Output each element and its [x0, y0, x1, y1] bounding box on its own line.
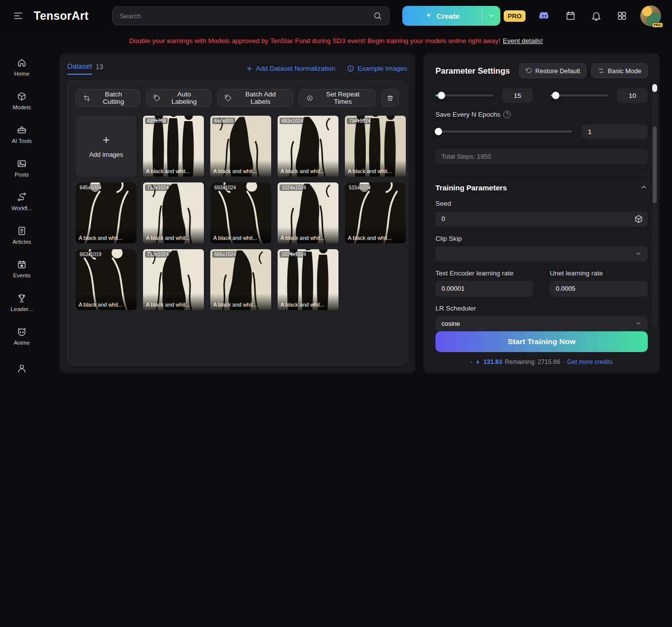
- dataset-image[interactable]: 693x1024 A black and whit...: [210, 182, 271, 243]
- search-icon: [373, 11, 382, 20]
- search-bar[interactable]: [112, 6, 389, 25]
- user-avatar[interactable]: PRO: [640, 5, 661, 26]
- batch-cutting-button[interactable]: Batch Cutting: [76, 89, 140, 107]
- restore-default-button[interactable]: Restore Default: [519, 63, 586, 78]
- dataset-image[interactable]: 645x1024 A black and whit...: [76, 182, 137, 243]
- image-caption: A black and whit...: [76, 294, 137, 310]
- dataset-image[interactable]: 713x1024 A black and whit...: [143, 249, 204, 310]
- info-icon: [347, 65, 354, 72]
- delete-dataset-button[interactable]: [382, 89, 399, 107]
- dice-icon[interactable]: [634, 215, 643, 223]
- sidebar-item-home[interactable]: Home: [0, 50, 44, 84]
- target-icon: [306, 94, 313, 102]
- top-navbar: TensorArt Create PRO PRO: [0, 0, 672, 32]
- image-caption: A black and whit...: [76, 227, 137, 243]
- save-epochs-value-input[interactable]: 1: [582, 124, 648, 139]
- seed-field: [435, 211, 648, 227]
- add-images-button[interactable]: + Add images: [76, 116, 137, 177]
- slider-knob[interactable]: [437, 92, 445, 99]
- repeat-slider[interactable]: [435, 94, 493, 96]
- batch-add-labels-label: Batch Add Labels: [236, 90, 286, 105]
- slider-knob[interactable]: [434, 128, 442, 135]
- apps-grid-icon[interactable]: [615, 8, 629, 23]
- sidebar-item-leaderboard[interactable]: Leader...: [0, 286, 44, 319]
- save-epochs-slider[interactable]: [435, 131, 572, 133]
- save-epochs-label: Save Every N Epochs: [435, 111, 500, 118]
- discord-icon[interactable]: [536, 8, 552, 24]
- sidebar-item-profile[interactable]: [0, 353, 44, 387]
- article-icon: [17, 226, 27, 236]
- dataset-image[interactable]: 663x1019 A black and whit...: [76, 249, 137, 310]
- calendar-icon[interactable]: [563, 8, 578, 23]
- event-details-link[interactable]: Event details!: [503, 37, 543, 45]
- search-input[interactable]: [120, 12, 373, 20]
- credits-remaining: Remaining: 2715.66: [505, 358, 560, 365]
- pro-badge[interactable]: PRO: [504, 10, 526, 22]
- sidebar-item-models[interactable]: Models: [0, 84, 44, 118]
- avatar-pro-badge: PRO: [652, 22, 663, 28]
- sidebar-item-ai-tools[interactable]: AI Tools: [0, 118, 44, 151]
- image-dimensions-badge: 713x1024: [145, 184, 171, 191]
- save-epochs-slider-row: 1: [435, 124, 648, 139]
- help-icon[interactable]: ?: [503, 111, 511, 118]
- sidebar-label: Anime: [14, 340, 30, 346]
- tab-dataset[interactable]: Dataset: [67, 62, 92, 75]
- sparkle-icon: [425, 12, 432, 20]
- set-repeat-times-button[interactable]: Set Repeat Times: [299, 89, 376, 107]
- dataset-image[interactable]: 683x1024 A black and whit...: [278, 116, 338, 177]
- dataset-tabs-row: Dataset 13 Add Dataset Normalization Exa…: [67, 62, 407, 75]
- notifications-bell-icon[interactable]: [589, 8, 604, 23]
- dataset-image[interactable]: 515x1024 A black and whit...: [345, 182, 406, 243]
- dataset-image[interactable]: 666x1024 A black and whit...: [210, 249, 271, 310]
- auto-labeling-button[interactable]: Auto Labeling: [146, 89, 211, 107]
- image-caption: A black and whit...: [345, 160, 406, 177]
- add-dataset-normalization-link[interactable]: Add Dataset Normalization: [246, 65, 336, 72]
- slider-knob[interactable]: [552, 92, 559, 99]
- sidebar-label: Articles: [12, 239, 31, 245]
- image-caption: A black and whit...: [278, 294, 338, 310]
- sidebar-item-workflows[interactable]: Workfl...: [0, 185, 44, 219]
- dataset-image[interactable]: 499x768 A black and whit...: [143, 116, 204, 177]
- sidebar-item-posts[interactable]: Posts: [0, 151, 44, 185]
- dataset-image[interactable]: 713x1024 A black and whit...: [143, 182, 204, 243]
- repeat-value-input[interactable]: 15: [502, 88, 533, 103]
- dataset-image[interactable]: 646x800 A black and whit...: [210, 116, 271, 177]
- start-training-button[interactable]: Start Training Now: [435, 331, 648, 352]
- basic-mode-button[interactable]: Basic Mode: [591, 63, 648, 78]
- sidebar-label: Posts: [15, 172, 29, 178]
- person-icon: [17, 363, 27, 373]
- create-button[interactable]: Create: [402, 6, 500, 26]
- dataset-image[interactable]: 1024x1024 A black and whit...: [278, 182, 338, 243]
- sidebar-toggle-button[interactable]: [11, 8, 26, 23]
- clip-skip-select[interactable]: [435, 246, 648, 262]
- dataset-image[interactable]: 734x1024 A black and whit...: [345, 116, 406, 177]
- tag-icon: [225, 94, 232, 102]
- params-scrollbar[interactable]: [652, 84, 657, 327]
- unet-lr-input[interactable]: [550, 281, 648, 297]
- swap-arrows-icon: [598, 67, 605, 74]
- tensorart-logo[interactable]: TensorArt: [34, 9, 89, 23]
- scrollbar-thumb[interactable]: [653, 127, 657, 203]
- dataset-image[interactable]: 1024x1024 A black and whit...: [278, 249, 338, 310]
- sidebar-item-articles[interactable]: Articles: [0, 219, 44, 252]
- left-sidebar: Home Models AI Tools Posts Workfl... Art…: [0, 49, 44, 387]
- create-dropdown-button[interactable]: [482, 6, 500, 26]
- text-encoder-lr-input[interactable]: [435, 281, 533, 297]
- epoch-slider[interactable]: [551, 94, 609, 96]
- batch-add-labels-button[interactable]: Batch Add Labels: [217, 89, 293, 107]
- example-images-link[interactable]: Example Images: [347, 65, 407, 72]
- scrollbar-button[interactable]: [652, 84, 657, 92]
- image-dimensions-badge: 693x1024: [212, 184, 238, 191]
- lr-scheduler-select[interactable]: cosine: [435, 316, 648, 331]
- cube-icon: [17, 91, 27, 101]
- sidebar-item-anime[interactable]: Anime: [0, 319, 44, 353]
- sidebar-item-events[interactable]: Events: [0, 252, 44, 286]
- plus-icon: [246, 65, 253, 72]
- seed-input[interactable]: [435, 211, 648, 227]
- training-parameters-header[interactable]: Training Parameters: [435, 183, 648, 192]
- epoch-value-input[interactable]: 10: [617, 88, 648, 103]
- chevron-down-icon: [488, 12, 495, 19]
- save-epochs-label-row: Save Every N Epochs ?: [435, 111, 648, 118]
- sidebar-label: Events: [13, 272, 30, 278]
- get-more-credits-link[interactable]: Get more credits: [567, 358, 613, 365]
